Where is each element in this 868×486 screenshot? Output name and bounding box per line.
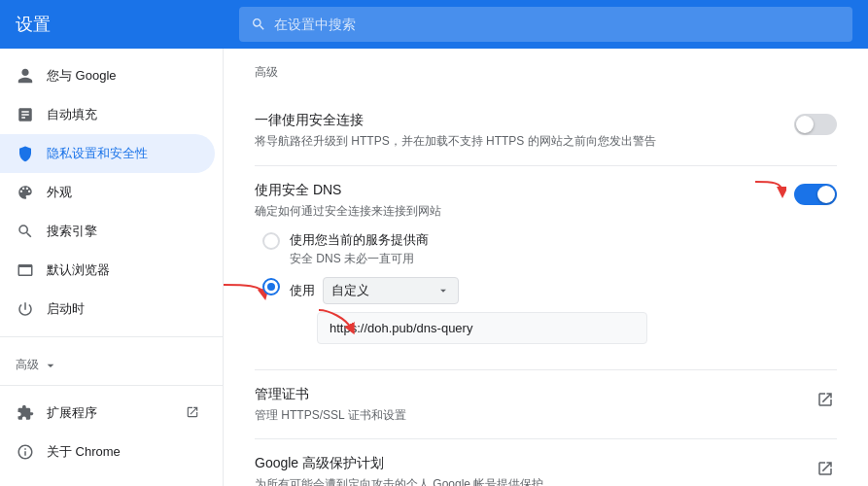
toggle-dns-knob: [817, 186, 835, 203]
setting-google-protection: Google 高级保护计划 为所有可能会遭到定向攻击的个人 Google 帐号提…: [255, 439, 837, 486]
search-icon: [251, 17, 266, 32]
sidebar-section-advanced: 高级: [0, 345, 223, 377]
setting-info-cert: 管理证书 管理 HTTPS/SSL 证书和设置: [255, 386, 798, 424]
search-bar[interactable]: [239, 7, 852, 42]
sidebar-label-appearance: 外观: [47, 184, 72, 201]
radio-subtext-current: 安全 DNS 未必一直可用: [290, 251, 429, 267]
sidebar-item-autofill[interactable]: 自动填充: [0, 95, 215, 134]
advanced-label: 高级: [16, 357, 39, 373]
url-box-wrapper: https://doh.pub/dns-query: [290, 312, 647, 344]
radio-custom-controls: 使用 自定义: [290, 277, 647, 344]
power-icon: [16, 299, 35, 319]
setting-info-secure-connection: 一律使用安全连接 将导航路径升级到 HTTPS，并在加载不支持 HTTPS 的网…: [255, 112, 779, 150]
dns-header-info: 使用安全 DNS 确定如何通过安全连接来连接到网站: [255, 182, 794, 220]
sidebar-divider: [0, 336, 223, 337]
sidebar-label-autofill: 自动填充: [47, 106, 97, 123]
setting-title-protection: Google 高级保护计划: [255, 455, 798, 472]
dns-header: 使用安全 DNS 确定如何通过安全连接来连接到网站: [255, 182, 837, 220]
shield-icon: [16, 144, 35, 163]
external-link-protection-icon: [816, 460, 834, 477]
sidebar-label-google: 您与 Google: [47, 67, 117, 85]
red-arrow-dns-toggle: [751, 178, 786, 207]
protection-external-control: [814, 457, 837, 480]
sidebar-label-startup: 启动时: [47, 300, 85, 318]
toggle-secure-connection[interactable]: [794, 114, 837, 135]
sidebar-label-extensions: 扩展程序: [47, 404, 97, 422]
custom-dns-row: 使用 自定义: [290, 277, 647, 304]
chevron-down-dns-icon: [436, 284, 450, 297]
setting-secure-dns: 使用安全 DNS 确定如何通过安全连接来连接到网站: [255, 166, 837, 370]
search-sidebar-icon: [16, 222, 35, 241]
setting-title-secure-connection: 一律使用安全连接: [255, 112, 779, 129]
extensions-icon: [16, 403, 35, 423]
sidebar-item-extensions[interactable]: 扩展程序: [0, 394, 215, 433]
radio-label-current-provider: 使用您当前的服务提供商 安全 DNS 未必一直可用: [290, 231, 429, 267]
person-icon: [16, 66, 35, 86]
setting-desc-secure-connection: 将导航路径升级到 HTTPS，并在加载不支持 HTTPS 的网站之前向您发出警告: [255, 133, 779, 150]
about-icon: [16, 442, 35, 462]
sidebar-item-startup[interactable]: 启动时: [0, 290, 215, 329]
main-layout: 您与 Google 自动填充 隐私设置和安全性 外观: [0, 49, 868, 486]
setting-desc-dns: 确定如何通过安全连接来连接到网站: [255, 203, 794, 220]
sidebar-label-about: 关于 Chrome: [47, 443, 121, 461]
chevron-down-icon: [43, 358, 58, 373]
sidebar-item-browser[interactable]: 默认浏览器: [0, 251, 215, 290]
setting-title-dns: 使用安全 DNS: [255, 182, 794, 199]
search-input[interactable]: [274, 17, 841, 32]
sidebar-divider-2: [0, 385, 223, 386]
protection-external-link-button[interactable]: [814, 457, 837, 480]
setting-title-cert: 管理证书: [255, 386, 798, 403]
toggle-secure-connection-control: [794, 114, 837, 135]
sidebar-label-privacy: 隐私设置和安全性: [47, 145, 148, 162]
custom-dns-wrapper: 使用 自定义: [262, 277, 837, 344]
setting-secure-connection: 一律使用安全连接 将导航路径升级到 HTTPS，并在加载不支持 HTTPS 的网…: [255, 96, 837, 166]
dns-url-box: https://doh.pub/dns-query: [317, 312, 647, 344]
autofill-icon: [16, 105, 35, 124]
content-area: 高级 一律使用安全连接 将导航路径升级到 HTTPS，并在加载不支持 HTTPS…: [224, 49, 868, 486]
setting-desc-cert: 管理 HTTPS/SSL 证书和设置: [255, 407, 798, 424]
toggle-secure-dns[interactable]: [794, 184, 837, 205]
setting-manage-cert: 管理证书 管理 HTTPS/SSL 证书和设置: [255, 370, 837, 440]
header: 设置: [0, 0, 868, 49]
cert-external-control: [814, 388, 837, 411]
radio-current-provider: 使用您当前的服务提供商 安全 DNS 未必一直可用: [262, 231, 837, 267]
radio-btn-current-provider[interactable]: [262, 232, 280, 250]
radio-use-label: 使用: [290, 282, 315, 299]
sidebar-item-search[interactable]: 搜索引擎: [0, 212, 215, 251]
palette-icon: [16, 183, 35, 202]
external-link-cert-icon: [816, 391, 834, 408]
dns-dropdown[interactable]: 自定义: [323, 277, 459, 304]
dns-url-text: https://doh.pub/dns-query: [330, 321, 472, 335]
external-link-icon: [186, 405, 199, 422]
setting-info-protection: Google 高级保护计划 为所有可能会遭到定向攻击的个人 Google 帐号提…: [255, 455, 798, 486]
dns-dropdown-label: 自定义: [331, 282, 369, 299]
sidebar-label-browser: 默认浏览器: [47, 261, 110, 279]
setting-desc-protection: 为所有可能会遭到定向攻击的个人 Google 帐号提供保护: [255, 476, 798, 486]
radio-text-current: 使用您当前的服务提供商: [290, 231, 429, 249]
sidebar-item-privacy[interactable]: 隐私设置和安全性: [0, 134, 215, 173]
radio-custom: 使用 自定义: [262, 277, 837, 344]
cert-external-link-button[interactable]: [814, 388, 837, 411]
toggle-knob: [796, 116, 814, 133]
dns-options: 使用您当前的服务提供商 安全 DNS 未必一直可用: [255, 231, 837, 344]
sidebar-label-search: 搜索引擎: [47, 223, 97, 240]
sidebar-item-appearance[interactable]: 外观: [0, 173, 215, 212]
radio-btn-custom[interactable]: [262, 278, 280, 295]
browser-icon: [16, 260, 35, 280]
settings-title: 设置: [16, 13, 239, 36]
sidebar: 您与 Google 自动填充 隐私设置和安全性 外观: [0, 49, 224, 486]
sidebar-item-about[interactable]: 关于 Chrome: [0, 433, 215, 471]
sidebar-item-google[interactable]: 您与 Google: [0, 56, 215, 95]
section-label: 高级: [255, 64, 837, 81]
